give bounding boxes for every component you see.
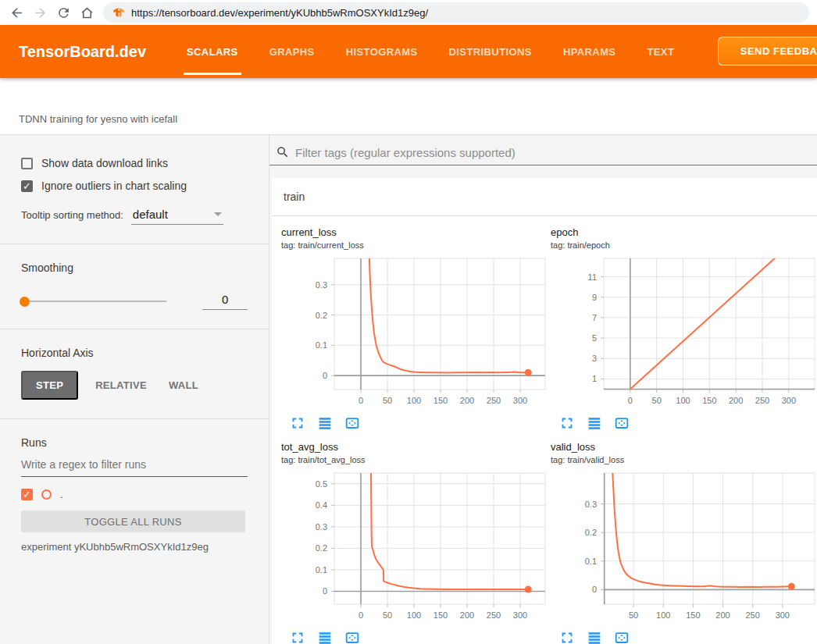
smoothing-slider-knob[interactable]	[20, 297, 30, 307]
axis-relative-button[interactable]: RELATIVE	[91, 372, 152, 398]
home-icon[interactable]	[75, 2, 98, 23]
show-download-links-row[interactable]: Show data download links	[21, 157, 269, 169]
svg-text:100: 100	[407, 396, 421, 405]
run-row: ✓ .	[21, 489, 269, 500]
divider	[0, 329, 269, 329]
axis-wall-button[interactable]: WALL	[164, 372, 203, 398]
tab-scalars[interactable]: SCALARS	[184, 25, 241, 78]
tooltip-sorting-select[interactable]: default	[131, 208, 223, 225]
back-icon[interactable]	[5, 2, 28, 23]
svg-text:150: 150	[702, 396, 716, 405]
svg-text:100: 100	[656, 610, 670, 620]
app-header: TensorBoard.dev SCALARS GRAPHS HISTOGRAM…	[0, 25, 817, 78]
tab-hparams[interactable]: HPARAMS	[560, 25, 619, 78]
check-icon: ✓	[23, 181, 31, 191]
tab-graphs[interactable]: GRAPHS	[266, 25, 318, 78]
runs-filter-input[interactable]	[21, 458, 248, 477]
ignore-outliers-checkbox[interactable]: ✓	[21, 180, 33, 192]
run-name: .	[60, 489, 63, 500]
svg-text:0.2: 0.2	[316, 311, 327, 320]
reload-icon[interactable]	[52, 2, 75, 23]
fullscreen-icon[interactable]	[558, 415, 576, 432]
run-selector-icon[interactable]	[586, 415, 603, 432]
toggle-all-runs-button[interactable]: TOGGLE ALL RUNS	[21, 511, 245, 532]
chart-title: valid_loss	[551, 441, 817, 453]
tab-distributions[interactable]: DISTRIBUTIONS	[446, 25, 535, 78]
chart-epoch: epoch tag: train/epoch 05010015020025030…	[551, 226, 817, 432]
train-section-card: train current_loss tag: train/current_lo…	[272, 178, 817, 644]
svg-text:200: 200	[715, 610, 730, 620]
chart-actions	[551, 415, 817, 432]
svg-text:50: 50	[383, 396, 392, 405]
svg-text:300: 300	[776, 610, 790, 620]
svg-text:0: 0	[359, 396, 363, 405]
tooltip-sorting-row: Tooltip sorting method: default	[21, 208, 269, 225]
line-chart[interactable]: 0501001502002503001357911	[551, 255, 817, 411]
smoothing-label: Smoothing	[21, 262, 269, 274]
chart-tag: tag: train/tot_avg_loss	[281, 455, 551, 464]
svg-text:0: 0	[359, 610, 363, 620]
browser-toolbar: https://tensorboard.dev/experiment/yKUbh…	[0, 0, 817, 25]
fit-domain-icon[interactable]	[344, 415, 361, 432]
fullscreen-icon[interactable]	[289, 415, 306, 432]
tag-filter-input[interactable]	[295, 146, 817, 159]
ignore-outliers-label: Ignore outliers in chart scaling	[41, 180, 187, 192]
svg-text:0: 0	[323, 371, 327, 380]
train-section-header[interactable]: train	[272, 178, 817, 216]
dropdown-arrow-icon	[214, 212, 222, 216]
fit-domain-icon[interactable]	[344, 629, 361, 644]
smoothing-slider-row: 0	[21, 293, 248, 310]
url-text: https://tensorboard.dev/experiment/yKUbh…	[131, 7, 428, 19]
run-selector-icon[interactable]	[586, 629, 603, 644]
forward-icon[interactable]	[28, 2, 52, 23]
tooltip-sorting-value: default	[133, 208, 168, 221]
run-color-icon	[41, 489, 52, 500]
line-chart[interactable]: 5010015020025030000.10.20.3	[551, 470, 817, 626]
tensorboard-favicon-icon	[112, 6, 125, 19]
svg-text:9: 9	[592, 293, 597, 302]
tab-text[interactable]: TEXT	[644, 25, 677, 78]
tab-histograms[interactable]: HISTOGRAMS	[343, 25, 421, 78]
address-bar[interactable]: https://tensorboard.dev/experiment/yKUbh…	[103, 2, 809, 23]
chart-tot-avg-loss: tot_avg_loss tag: train/tot_avg_loss 050…	[281, 441, 551, 644]
chart-title: epoch	[551, 226, 817, 238]
svg-text:0.1: 0.1	[316, 340, 327, 350]
svg-text:0.3: 0.3	[585, 500, 597, 509]
fullscreen-icon[interactable]	[289, 629, 306, 644]
show-download-links-checkbox[interactable]	[21, 158, 33, 169]
chart-actions	[281, 415, 551, 432]
svg-text:300: 300	[513, 610, 527, 620]
svg-text:0.3: 0.3	[316, 522, 327, 532]
axis-step-button[interactable]: STEP	[21, 371, 78, 400]
charts-grid: current_loss tag: train/current_loss 050…	[272, 216, 817, 644]
main-nav: SCALARS GRAPHS HISTOGRAMS DISTRIBUTIONS …	[184, 25, 702, 78]
tag-filter-row	[269, 135, 817, 165]
svg-text:150: 150	[433, 610, 448, 620]
svg-text:11: 11	[588, 272, 597, 282]
smoothing-value-input[interactable]: 0	[202, 293, 248, 310]
svg-text:0.1: 0.1	[316, 565, 327, 575]
chart-valid-loss: valid_loss tag: train/valid_loss 5010015…	[551, 441, 817, 644]
run-checkbox[interactable]: ✓	[21, 489, 33, 500]
check-icon: ✓	[23, 489, 31, 500]
settings-sidebar: Show data download links ✓ Ignore outlie…	[0, 135, 269, 644]
fit-domain-icon[interactable]	[613, 415, 630, 432]
line-chart[interactable]: 05010015020025030000.10.20.3	[281, 255, 551, 411]
svg-text:0: 0	[592, 585, 597, 594]
svg-text:0.2: 0.2	[316, 543, 327, 553]
send-feedback-button[interactable]: SEND FEEDBACK	[718, 37, 817, 66]
smoothing-slider[interactable]	[21, 301, 166, 302]
chart-tag: tag: train/current_loss	[281, 240, 551, 250]
run-selector-icon[interactable]	[316, 629, 334, 644]
experiment-id: experiment yKUbhb5wRmOSXYkId1z9eg	[21, 541, 269, 553]
experiment-subtitle-bar: TDNN training for yesno with icefall	[0, 78, 817, 135]
fit-domain-icon[interactable]	[613, 629, 630, 644]
line-chart[interactable]: 05010015020025030000.10.20.30.40.5	[281, 470, 551, 626]
svg-text:3: 3	[592, 354, 597, 363]
ignore-outliers-row[interactable]: ✓ Ignore outliers in chart scaling	[21, 180, 269, 192]
tooltip-sorting-label: Tooltip sorting method:	[21, 209, 123, 221]
fullscreen-icon[interactable]	[558, 629, 576, 644]
run-selector-icon[interactable]	[316, 415, 334, 432]
search-icon	[276, 145, 290, 159]
chart-tag: tag: train/epoch	[551, 240, 817, 250]
